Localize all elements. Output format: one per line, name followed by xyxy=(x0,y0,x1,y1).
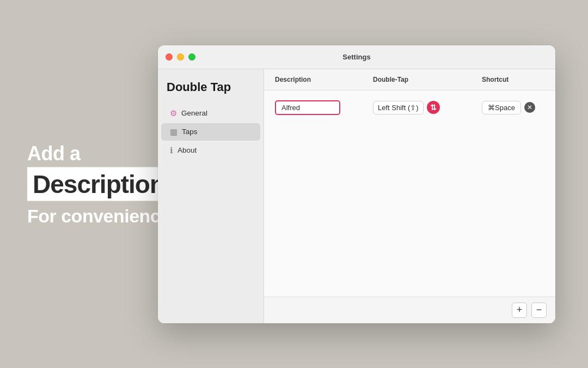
description-label: Description xyxy=(33,170,164,198)
description-box: Description xyxy=(27,167,170,201)
main-content: Description Double-Tap Shortcut Left Shi… xyxy=(264,69,555,323)
cell-description xyxy=(275,100,373,115)
col-header-doubletap: Double-Tap xyxy=(373,76,482,83)
close-button[interactable] xyxy=(166,53,173,61)
shortcut-value: ⌘Space xyxy=(482,101,521,114)
description-input[interactable] xyxy=(275,100,340,115)
sidebar-item-about[interactable]: ℹ About xyxy=(161,142,260,159)
settings-window: Settings Double Tap ⚙ General ▦ Taps ℹ A… xyxy=(158,45,555,323)
titlebar: Settings xyxy=(158,45,555,69)
sidebar-item-label-about: About xyxy=(177,146,197,154)
doubletap-stepper[interactable]: ⇅ xyxy=(427,101,440,114)
cell-shortcut: ⌘Space ✕ xyxy=(482,101,544,114)
add-button[interactable]: + xyxy=(512,303,527,318)
cell-doubletap: Left Shift (⇧) ⇅ xyxy=(373,101,482,114)
sidebar: Double Tap ⚙ General ▦ Taps ℹ About xyxy=(158,69,264,323)
window-body: Double Tap ⚙ General ▦ Taps ℹ About Desc… xyxy=(158,69,555,323)
col-header-shortcut: Shortcut xyxy=(482,76,544,83)
shortcut-clear-button[interactable]: ✕ xyxy=(524,102,535,113)
remove-button[interactable]: − xyxy=(531,303,547,318)
for-convenience-label: For convenience xyxy=(27,205,170,226)
window-title: Settings xyxy=(342,53,370,61)
table-row: Left Shift (⇧) ⇅ ⌘Space ✕ xyxy=(275,96,544,119)
table-header: Description Double-Tap Shortcut xyxy=(264,69,555,91)
shortcut-text: ⌘Space xyxy=(488,104,515,112)
sidebar-item-label-general: General xyxy=(181,109,207,117)
doubletap-value: Left Shift (⇧) xyxy=(373,101,424,114)
maximize-button[interactable] xyxy=(188,53,195,61)
sidebar-title: Double Tap xyxy=(158,80,264,104)
table-body: Left Shift (⇧) ⇅ ⌘Space ✕ xyxy=(264,91,555,297)
info-icon: ℹ xyxy=(170,146,173,155)
traffic-lights xyxy=(166,53,195,61)
sidebar-item-general[interactable]: ⚙ General xyxy=(161,105,260,122)
doubletap-text: Left Shift (⇧) xyxy=(378,104,419,112)
col-header-description: Description xyxy=(275,76,373,83)
promo-text: Add a Description For convenience xyxy=(27,142,170,226)
bottom-bar: + − xyxy=(264,297,555,323)
sidebar-item-label-taps: Taps xyxy=(182,128,198,136)
add-a-label: Add a xyxy=(27,142,170,165)
minimize-button[interactable] xyxy=(177,53,184,61)
gear-icon: ⚙ xyxy=(170,108,177,118)
sidebar-item-taps[interactable]: ▦ Taps xyxy=(161,123,260,141)
taps-icon: ▦ xyxy=(170,127,177,137)
